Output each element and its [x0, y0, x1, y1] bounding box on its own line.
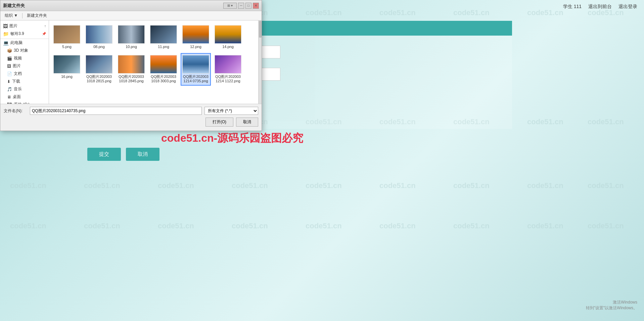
- dialog-controls: ⊞ ▾ ─ □ ✕: [223, 3, 259, 9]
- dialog-toolbar: 组织 ▼ 新建文件夹: [0, 11, 262, 20]
- dialog-minimize-btn[interactable]: ─: [238, 3, 244, 9]
- activation-line2: 转到"设置"以激活Windows。: [586, 305, 637, 311]
- action-buttons: 提交 取消: [87, 148, 159, 161]
- dialog-titlebar: 新建文件夹 ⊞ ▾ ─ □ ✕: [0, 0, 262, 11]
- dialog-close-btn[interactable]: ✕: [253, 3, 259, 9]
- sidebar-item-video[interactable]: 🎬 视频: [4, 54, 49, 62]
- filename-row: 文件名(N): 所有文件 (*.*): [4, 107, 258, 115]
- sidebar-item-desktop[interactable]: 🖥 桌面: [4, 93, 49, 101]
- dialog-open-button[interactable]: 打开(O): [205, 118, 233, 127]
- dialog-cancel-button[interactable]: 取消: [236, 118, 258, 127]
- file-item[interactable]: QQ图片2020031018 3003.png: [148, 53, 179, 85]
- file-item[interactable]: 12.png: [181, 23, 211, 51]
- file-scroll-wrapper: 5.png 08.png 10.png 11.png 12.png: [49, 20, 262, 104]
- btn-back-to-front[interactable]: 退出到前台: [588, 4, 612, 10]
- toolbar-separator: [22, 13, 22, 18]
- toolbar-new-folder-btn[interactable]: 新建文件夹: [25, 12, 49, 19]
- file-item[interactable]: QQ图片2020031018 2815.png: [84, 53, 114, 85]
- dialog-action-row: 打开(O) 取消: [4, 118, 258, 127]
- btn-logout[interactable]: 退出登录: [618, 4, 637, 10]
- sidebar-item-3d[interactable]: 📦 3D 对象: [4, 47, 49, 54]
- filetype-select[interactable]: 所有文件 (*.*): [204, 107, 258, 115]
- sidebar-item-minling[interactable]: 📁 敏玲3.9 📌: [0, 30, 49, 38]
- file-item[interactable]: 5.png: [52, 23, 82, 51]
- file-item[interactable]: 16.png: [52, 53, 82, 85]
- sidebar-item-computer[interactable]: 💻 此电脑: [0, 39, 49, 47]
- student-info: 学生 111: [563, 4, 582, 10]
- dialog-title: 新建文件夹: [3, 3, 25, 9]
- file-item[interactable]: QQ图片2020031214 1122.png: [213, 53, 243, 85]
- dialog-bottom: 文件名(N): 所有文件 (*.*) 打开(O) 取消: [0, 104, 262, 131]
- file-item-selected[interactable]: QQ图片2020031214 0735.png: [181, 53, 211, 85]
- file-scrollbar[interactable]: [258, 20, 262, 104]
- sidebar-item-pictures[interactable]: 🖼 图片 ↑: [0, 22, 49, 30]
- sidebar-item-drive-c[interactable]: 💾 系统 (C:): [4, 101, 49, 104]
- submit-button[interactable]: 提交: [87, 148, 121, 161]
- sidebar-item-pics[interactable]: 🖼 图片: [4, 62, 49, 70]
- file-item[interactable]: 14.png: [213, 23, 243, 51]
- dialog-maximize-btn[interactable]: □: [245, 3, 251, 9]
- cancel-button[interactable]: 取消: [126, 148, 159, 161]
- dialog-view-btn[interactable]: ⊞ ▾: [223, 3, 237, 9]
- activation-line1: 激活Windows: [586, 300, 637, 305]
- filename-label: 文件名(N):: [4, 108, 27, 114]
- toolbar-organize-btn[interactable]: 组织 ▼: [3, 12, 19, 19]
- file-dialog: 新建文件夹 ⊞ ▾ ─ □ ✕ 组织 ▼ 新建文件夹 🖼 图片 ↑: [0, 0, 262, 131]
- center-watermark-text: code51.cn-源码乐园盗图必究: [161, 131, 303, 146]
- filename-input[interactable]: [30, 107, 202, 115]
- file-item[interactable]: 10.png: [116, 23, 146, 51]
- file-item[interactable]: 08.png: [84, 23, 114, 51]
- sidebar-item-downloads[interactable]: ⬇ 下载: [4, 78, 49, 85]
- activation-text: 激活Windows 转到"设置"以激活Windows。: [586, 300, 637, 311]
- dialog-body: 🖼 图片 ↑ 📁 敏玲3.9 📌 💻 此电脑 📦 3D 对象 🎬 视频: [0, 20, 262, 104]
- dialog-files: 5.png 08.png 10.png 11.png 12.png: [49, 20, 258, 104]
- sidebar-item-docs[interactable]: 📄 文档: [4, 70, 49, 78]
- file-item[interactable]: QQ图片2020031018 2845.png: [116, 53, 146, 85]
- sidebar-item-music[interactable]: 🎵 音乐: [4, 85, 49, 93]
- top-bar: 学生 111 退出到前台 退出登录: [261, 0, 644, 13]
- dialog-sidebar: 🖼 图片 ↑ 📁 敏玲3.9 📌 💻 此电脑 📦 3D 对象 🎬 视频: [0, 20, 49, 104]
- file-item[interactable]: 11.png: [148, 23, 179, 51]
- file-scroll-thumb[interactable]: [259, 21, 262, 38]
